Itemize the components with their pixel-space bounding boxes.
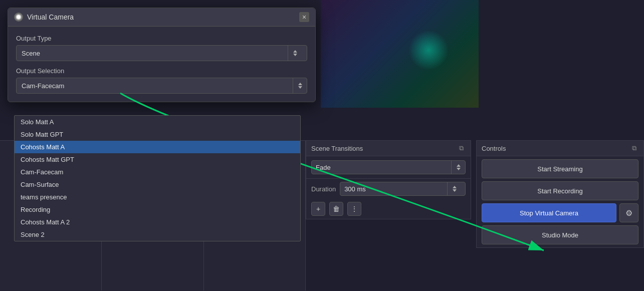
output-type-select[interactable]: Scene [16,45,307,61]
add-transition-button[interactable]: + [311,202,325,216]
output-selection-label: Output Selection [16,67,307,75]
obs-logo-icon [14,13,23,22]
controls-title: Controls [482,145,506,152]
output-type-value: Scene [22,50,288,57]
transition-arrow [451,161,465,174]
scene-transitions-panel: Scene Transitions ⧉ Fade Duration 300 ms… [306,140,471,219]
controls-panel: Controls ⧉ Start Streaming Start Recordi… [476,140,644,248]
scene-transitions-title: Scene Transitions [311,145,363,152]
dur-arrow-down [453,189,457,192]
list-item[interactable]: teams presence [15,191,300,203]
controls-header: Controls ⧉ [477,141,643,156]
list-item[interactable]: Scene 2 [15,228,300,241]
start-recording-button[interactable]: Start Recording [482,181,638,200]
preview-glow [408,30,449,70]
transition-buttons: + 🗑 ⋮ [306,199,471,219]
list-item[interactable]: Recording [15,203,300,216]
dialog-close-button[interactable]: × [299,12,309,22]
duration-value[interactable]: 300 ms [340,182,466,196]
remove-transition-button[interactable]: 🗑 [329,202,343,216]
preview-area [321,0,479,108]
dialog-titlebar: Virtual Camera × [8,8,315,27]
output-selection-select[interactable]: Cam-Facecam [16,78,307,94]
controls-layout-icon[interactable]: ⧉ [629,144,638,153]
output-selection-value: Cam-Facecam [17,82,293,90]
dropdown-list: Solo Matt A Solo Matt GPT Cohosts Matt A… [14,115,301,241]
start-streaming-button[interactable]: Start Streaming [482,159,638,178]
list-item[interactable]: Cam-Surface [15,178,300,191]
preview-image [321,0,479,108]
trans-arrow-down [457,168,461,170]
virtual-camera-settings-button[interactable]: ⚙ [619,203,638,222]
scene-transitions-header: Scene Transitions ⧉ [306,141,471,156]
dialog-title-left: Virtual Camera [14,13,74,22]
duration-arrow [447,182,461,195]
transition-select[interactable]: Fade [311,160,466,174]
virtual-camera-dialog: Virtual Camera × Output Type Scene Outpu… [8,8,316,102]
transition-row: Fade [306,156,471,179]
output-type-arrow [288,46,302,61]
duration-text: 300 ms [344,185,366,193]
scene-transitions-icon[interactable]: ⧉ [457,144,466,153]
dialog-title: Virtual Camera [27,13,74,21]
cam-arrow-up-icon [298,83,302,85]
dur-arrow-up [453,186,457,188]
list-item[interactable]: Solo Matt A [15,116,300,128]
studio-mode-button[interactable]: Studio Mode [482,225,638,244]
virtual-camera-row: Stop Virtual Camera ⚙ [482,203,638,222]
trans-arrow-up [457,164,461,167]
cam-arrow-down-icon [298,86,302,89]
duration-row: Duration 300 ms [306,179,471,199]
output-type-label: Output Type [16,35,307,42]
more-options-button[interactable]: ⋮ [347,202,361,216]
arrow-down-icon [293,54,297,56]
stop-virtual-camera-button[interactable]: Stop Virtual Camera [482,203,616,222]
output-selection-arrow [293,78,307,93]
dialog-body: Output Type Scene Output Selection Cam-F… [8,27,315,102]
list-item[interactable]: Cohosts Matt GPT [15,153,300,166]
list-item[interactable]: Solo Matt GPT [15,128,300,141]
transition-value: Fade [312,164,451,171]
list-item[interactable]: Cam-Facecam [15,166,300,178]
duration-label: Duration [311,185,336,193]
list-item-selected[interactable]: Cohosts Matt A [15,141,300,153]
arrow-up-icon [293,50,297,53]
list-item[interactable]: Cohosts Matt A 2 [15,216,300,228]
